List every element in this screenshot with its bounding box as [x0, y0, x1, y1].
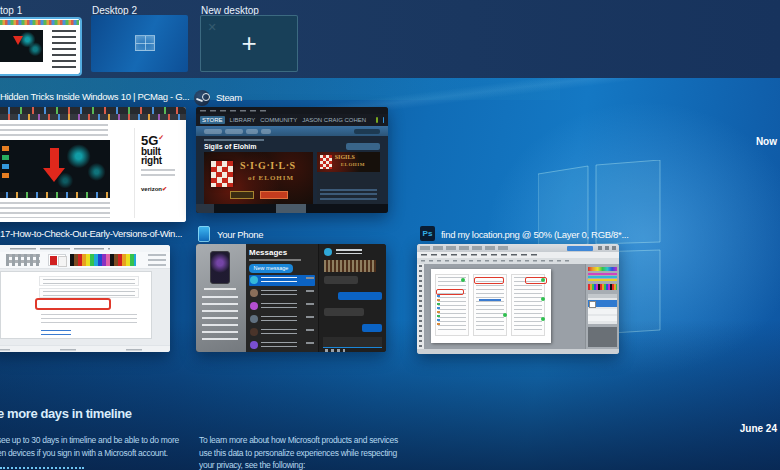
outgoing-bubble: [362, 324, 382, 332]
messages-pane: Messages New message: [246, 244, 318, 352]
timeline-promo-line2: en devices if you sign in with a Microso…: [0, 448, 168, 458]
capsule-art: SIGILS ELOHIM: [317, 152, 380, 172]
task-view-screen: top 1 ✕ Desktop 2 New desktop + Hidden T…: [0, 0, 780, 470]
steam-store-subnav: [196, 126, 388, 136]
new-message-button: New message: [249, 264, 293, 273]
conversation-item-selected: [249, 275, 315, 286]
conversation-item: [249, 327, 315, 338]
steam-nav-profile: JASON CRAIG COHEN: [302, 117, 366, 123]
desktop2-thumbnail[interactable]: [91, 15, 188, 72]
new-desktop-button[interactable]: +: [200, 15, 298, 72]
browser-tab-strip: [0, 107, 186, 114]
plus-icon: +: [241, 28, 256, 59]
app-icons-placeholder: [437, 295, 440, 327]
desktop1-label: top 1: [0, 5, 32, 16]
incoming-bubble: [324, 276, 358, 284]
sidebar-nav-placeholder: [202, 296, 238, 344]
text-placeholder: [41, 314, 137, 326]
photoshop-window-title: find my location.png @ 50% (Layer 0, RGB…: [441, 229, 629, 240]
conversation-item: [249, 301, 315, 312]
paint-tools: [6, 254, 40, 266]
paint-ribbon-right: [148, 254, 166, 266]
your-phone-window-title: Your Phone: [217, 229, 263, 240]
text-placeholder: [0, 202, 110, 218]
green-toggle: [541, 317, 545, 321]
desktop1-thumbnail[interactable]: [0, 19, 80, 74]
mini-article-screenshot: [0, 30, 43, 62]
timeline-promo-heading: e more days in timeline: [0, 406, 132, 421]
mini-red-arrow: [13, 36, 23, 45]
community-hub-button: [346, 143, 380, 150]
steam-green-button: [376, 117, 377, 123]
steam-window-thumbnail[interactable]: STORE LIBRARY COMMUNITY JASON CRAIG COHE…: [196, 107, 388, 213]
red-arrow-head: [43, 168, 65, 182]
article-screenshot: [0, 140, 110, 198]
steam-nav-community: COMMUNITY: [260, 117, 297, 123]
steam-store-page: Sigils of Elohim S·I·G·I·L·S of ELOHIM: [196, 136, 388, 204]
photoshop-canvas: [424, 264, 585, 349]
panel-footer: [588, 327, 617, 347]
your-phone-sidebar: [196, 244, 246, 352]
breadcrumb-placeholder: [204, 139, 264, 141]
steam-window-title: Steam: [216, 92, 242, 103]
paint-titlebar: [0, 245, 170, 252]
paint-window-title: 17-How-to-Check-Out-Early-Versions-of-Wi…: [0, 228, 182, 239]
red-annotation-box: [35, 298, 111, 310]
game-capsule: SIGILS ELOHIM: [317, 152, 380, 204]
conversation-item: [249, 340, 315, 351]
paint-document: [0, 271, 152, 339]
capsule-elohim-text: ELOHIM: [341, 162, 365, 167]
verizon-logo: verizon✔: [141, 185, 179, 192]
game-banner: S·I·G·I·L·S of ELOHIM: [204, 152, 313, 204]
pcmag-window-thumbnail[interactable]: 5G✓ built right verizon✔: [0, 107, 186, 222]
paint-canvas: [0, 269, 170, 345]
privacy-text-line2: use this data to personalize experiences…: [199, 448, 397, 458]
desktop-icons-placeholder: [2, 146, 9, 180]
pcmag-window-title: Hidden Tricks Inside Windows 10 | PCMag …: [0, 91, 189, 102]
mini-windows-logo: [135, 35, 155, 51]
your-phone-window-thumbnail[interactable]: Messages New message: [196, 244, 386, 352]
phone-name-placeholder: [204, 288, 236, 290]
window-buttons: [598, 246, 616, 250]
banner-sigils-text: S·I·G·I·L·S: [240, 160, 296, 171]
green-toggle: [503, 313, 507, 317]
steam-game-title: Sigils of Elohim: [204, 143, 257, 150]
swatches-panel: [588, 284, 617, 290]
red-annotation-box: [474, 277, 504, 284]
steam-footer: [196, 204, 388, 213]
link-placeholder: [479, 299, 501, 301]
settings-row: [39, 276, 139, 286]
color-sliders: [588, 273, 617, 281]
conversation-item: [249, 314, 315, 325]
banner-badge: [260, 191, 288, 199]
privacy-text-line3: your privacy, see the following:: [199, 460, 305, 470]
paint-window-thumbnail[interactable]: [0, 245, 170, 352]
photoshop-window-thumbnail[interactable]: [417, 244, 619, 354]
paint-statusbar: [0, 345, 170, 352]
privacy-text-line1: To learn more about how Microsoft produc…: [199, 435, 398, 445]
red-annotation-box: [436, 289, 464, 295]
settings-card: [435, 274, 469, 336]
privacy-link-fragment[interactable]: [0, 464, 84, 469]
photoshop-titlebar: [417, 244, 619, 252]
photoshop-toolbox: [417, 264, 424, 349]
paint-ribbon: [0, 252, 170, 269]
banner-elohim-text: of ELOHIM: [248, 174, 294, 182]
paint-color-palette: [70, 254, 136, 266]
sync-status-placeholder: [249, 259, 301, 261]
capsule-sigils-text: SIGILS: [335, 154, 355, 160]
mini-browser-chrome: [0, 20, 79, 25]
timeline-now-label: Now: [756, 136, 777, 147]
capsule-description-placeholder: [320, 174, 377, 188]
paint-color1-color2: [48, 254, 66, 266]
mini-ad-column: [52, 30, 76, 70]
conversation-item: [249, 288, 315, 299]
tetromino-logo: [211, 161, 233, 187]
color-panel: [588, 267, 617, 271]
messages-header: Messages: [249, 248, 315, 257]
selected-layer-row: [588, 300, 617, 307]
phone-preview: [210, 251, 230, 284]
steam-nav-store: STORE: [200, 116, 225, 124]
photoshop-panels: [585, 264, 619, 349]
ad-5g-text: 5G✓: [141, 132, 179, 147]
